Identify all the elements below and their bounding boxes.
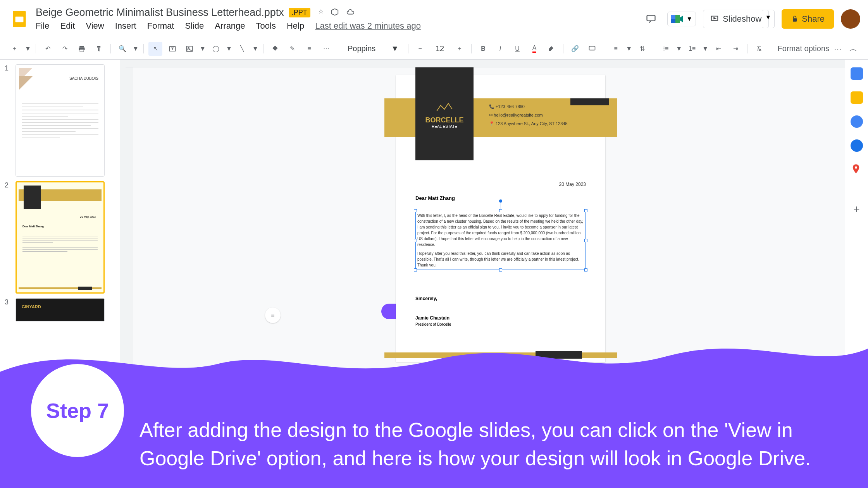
- resize-handle[interactable]: [584, 209, 587, 212]
- move-icon[interactable]: [331, 8, 339, 18]
- italic-icon[interactable]: I: [493, 42, 507, 56]
- thumb2-greeting: Dear Matt Zhang: [22, 225, 44, 228]
- resize-handle[interactable]: [414, 239, 417, 242]
- menu-edit[interactable]: Edit: [60, 21, 75, 31]
- rotate-handle[interactable]: [499, 199, 502, 203]
- print-icon[interactable]: [75, 42, 89, 56]
- image-icon[interactable]: [183, 42, 196, 56]
- svg-rect-9: [79, 46, 84, 47]
- shape-icon[interactable]: ◯: [209, 42, 223, 56]
- svg-rect-11: [80, 49, 84, 52]
- contacts-addon-icon[interactable]: [851, 139, 863, 152]
- calendar-addon-icon[interactable]: [851, 67, 863, 80]
- slide-canvas[interactable]: BORCELLE REAL ESTATE 📞 +123-456-7890 ✉ h…: [396, 75, 605, 362]
- maps-addon-icon[interactable]: [851, 163, 863, 176]
- link-icon[interactable]: 🔗: [568, 42, 582, 56]
- textbox-icon[interactable]: [165, 42, 179, 56]
- cloud-icon[interactable]: [346, 8, 355, 18]
- image-dropdown[interactable]: ▼: [200, 42, 206, 56]
- slide-brand: BORCELLE: [425, 116, 464, 124]
- svg-rect-15: [589, 46, 595, 50]
- slides-logo[interactable]: [8, 7, 31, 31]
- selected-textbox[interactable]: With this letter, I, as the head of the …: [415, 211, 586, 270]
- svg-rect-4: [671, 15, 675, 19]
- slide-thumbnail-2[interactable]: 20 May 2023 Dear Matt Zhang: [16, 181, 105, 294]
- resize-handle[interactable]: [584, 239, 587, 242]
- horizontal-ruler: [126, 60, 845, 67]
- slide-thumbnail-3[interactable]: GINYARD: [16, 298, 105, 321]
- thumb3-brand: GINYARD: [22, 304, 41, 309]
- fill-color-icon[interactable]: [268, 42, 282, 56]
- comment-icon[interactable]: [585, 42, 599, 56]
- redo-icon[interactable]: ↷: [58, 42, 72, 56]
- user-avatar[interactable]: [841, 9, 860, 29]
- highlight-icon[interactable]: [544, 42, 558, 56]
- new-slide-dropdown[interactable]: ▼: [25, 42, 31, 56]
- indent-decrease-icon[interactable]: ⇤: [711, 42, 725, 56]
- numbered-dropdown[interactable]: ▼: [702, 42, 708, 56]
- line-icon[interactable]: ╲: [235, 42, 249, 56]
- new-slide-button[interactable]: +: [8, 42, 22, 56]
- format-options-button[interactable]: Format options: [778, 44, 829, 53]
- zoom-dropdown[interactable]: ▼: [133, 42, 139, 56]
- keep-addon-icon[interactable]: [851, 91, 863, 104]
- zoom-icon[interactable]: 🔍: [115, 42, 129, 56]
- font-select[interactable]: Poppins ▼: [343, 42, 403, 55]
- svg-rect-1: [16, 16, 24, 22]
- menu-file[interactable]: File: [36, 21, 49, 31]
- menu-view[interactable]: View: [86, 21, 104, 31]
- clear-format-icon[interactable]: [752, 42, 766, 56]
- numbered-list-icon[interactable]: 1≡: [685, 42, 699, 56]
- text-color-icon[interactable]: A: [527, 42, 541, 56]
- speaker-notes-toggle[interactable]: ≡: [265, 308, 281, 323]
- shape-dropdown[interactable]: ▼: [226, 42, 232, 56]
- slideshow-dropdown[interactable]: ▼: [762, 10, 775, 28]
- border-color-icon[interactable]: ✎: [285, 42, 299, 56]
- menu-format[interactable]: Format: [147, 21, 174, 31]
- line-dropdown[interactable]: ▼: [252, 42, 258, 56]
- document-title[interactable]: Beige Geometric Minimalist Business Lett…: [36, 7, 284, 19]
- slideshow-button[interactable]: Slideshow: [703, 10, 769, 28]
- menu-tools[interactable]: Tools: [256, 21, 276, 31]
- menu-arrange[interactable]: Arrange: [215, 21, 245, 31]
- star-icon[interactable]: ☆: [318, 8, 324, 18]
- collapse-toolbar-icon[interactable]: ︿: [846, 42, 860, 56]
- underline-icon[interactable]: U: [510, 42, 524, 56]
- select-tool-icon[interactable]: ↖: [148, 42, 162, 56]
- bold-icon[interactable]: B: [476, 42, 490, 56]
- line-spacing-icon[interactable]: ⇅: [635, 42, 649, 56]
- bullet-dropdown[interactable]: ▼: [676, 42, 682, 56]
- share-button[interactable]: Share: [782, 9, 834, 29]
- align-icon[interactable]: ≡: [609, 42, 623, 56]
- font-size-decrease[interactable]: −: [413, 42, 427, 56]
- undo-icon[interactable]: ↶: [41, 42, 55, 56]
- menu-help[interactable]: Help: [287, 21, 304, 31]
- share-label: Share: [802, 14, 825, 24]
- font-size-input[interactable]: 12: [430, 44, 450, 53]
- bullet-list-icon[interactable]: ⁝≡: [659, 42, 673, 56]
- slide-thumbnail-1[interactable]: SACHA DUBOIS: [16, 64, 105, 177]
- align-dropdown[interactable]: ▼: [626, 42, 632, 56]
- resize-handle[interactable]: [499, 268, 502, 271]
- meet-button[interactable]: ▼: [667, 12, 696, 26]
- menu-insert[interactable]: Insert: [115, 21, 136, 31]
- comments-icon[interactable]: [642, 10, 660, 28]
- more-icon[interactable]: ⋯: [834, 44, 842, 53]
- resize-handle[interactable]: [414, 209, 417, 212]
- slide-accent-black: [570, 98, 609, 105]
- add-addon-icon[interactable]: +: [851, 203, 863, 215]
- svg-rect-6: [675, 15, 680, 23]
- slide-signature-name: Jamie Chastain: [415, 315, 450, 321]
- paint-format-icon[interactable]: [92, 42, 106, 56]
- indent-increase-icon[interactable]: ⇥: [728, 42, 742, 56]
- tasks-addon-icon[interactable]: [851, 115, 863, 128]
- menu-slide[interactable]: Slide: [185, 21, 204, 31]
- resize-handle[interactable]: [499, 209, 502, 212]
- last-edit-link[interactable]: Last edit was 2 minutes ago: [315, 21, 421, 31]
- resize-handle[interactable]: [414, 268, 417, 271]
- border-dash-icon[interactable]: ⋯: [319, 42, 333, 56]
- font-size-increase[interactable]: +: [453, 42, 467, 56]
- resize-handle[interactable]: [584, 268, 587, 271]
- border-weight-icon[interactable]: ≡: [302, 42, 316, 56]
- slide-brand-sub: REAL ESTATE: [432, 124, 457, 129]
